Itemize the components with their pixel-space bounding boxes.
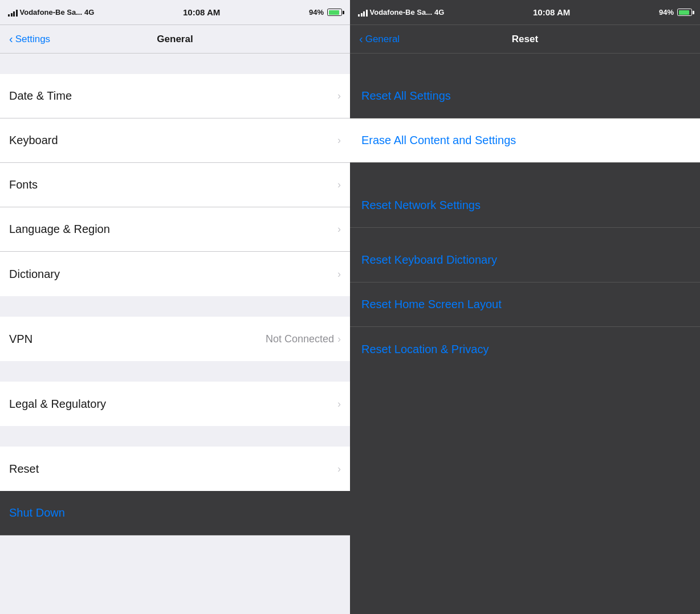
chevron-right-icon: › [337,179,341,191]
battery-percent: 94% [309,8,324,17]
group-reset: Reset › [0,447,350,491]
right-panel: Vodafone-Be Sa... 4G 10:08 AM 94% ‹ Gene… [350,0,700,614]
status-right-r: 94% [659,8,692,17]
back-button-left[interactable]: ‹ Settings [9,34,50,45]
time-label: 10:08 AM [183,7,220,17]
left-panel: Vodafone-Be Sa... 4G 10:08 AM 94% ‹ Sett… [0,0,350,614]
reset-list: Reset All Settings Erase All Content and… [350,54,700,614]
reset-network-label: Reset Network Settings [361,199,481,212]
list-item-shutdown[interactable]: Shut Down [0,491,350,535]
list-item-reset-keyboard[interactable]: Reset Keyboard Dictionary [350,238,700,283]
item-label: Language & Region [9,223,110,236]
list-item-date-time[interactable]: Date & Time › [0,74,350,118]
item-label: Reset [9,462,39,476]
list-item-dictionary[interactable]: Dictionary › [0,252,350,296]
group-vpn: VPN Not Connected › [0,317,350,361]
item-right: › [337,463,341,475]
item-label: Date & Time [9,89,72,103]
list-item-erase-all[interactable]: Erase All Content and Settings [350,118,700,163]
list-item-reset-all[interactable]: Reset All Settings [350,74,700,118]
page-title-right: Reset [512,34,538,45]
status-left: Vodafone-Be Sa... 4G [8,8,94,17]
back-label-left: Settings [15,34,50,45]
chevron-right-icon: › [337,333,341,345]
list-item-language[interactable]: Language & Region › [0,207,350,252]
list-item-reset-home[interactable]: Reset Home Screen Layout [350,283,700,327]
item-right: › [337,134,341,146]
network-label-r: 4G [434,8,444,17]
reset-keyboard-label: Reset Keyboard Dictionary [361,253,497,267]
reset-home-label: Reset Home Screen Layout [361,298,502,311]
item-right: Not Connected › [266,333,341,345]
back-label-right: General [365,34,400,45]
battery-icon-r [677,9,692,16]
carrier-label-r: Vodafone-Be Sa... [370,8,433,17]
item-label: Dictionary [9,268,60,281]
back-button-right[interactable]: ‹ General [359,34,400,45]
vpn-value: Not Connected [266,333,334,345]
list-item-keyboard[interactable]: Keyboard › [0,118,350,163]
list-item-reset-location[interactable]: Reset Location & Privacy [350,327,700,371]
shutdown-label: Shut Down [9,506,65,519]
item-right: › [337,398,341,410]
section-gap-2 [0,361,350,382]
carrier-label: Vodafone-Be Sa... [20,8,83,17]
network-label: 4G [84,8,94,17]
status-bar-right: Vodafone-Be Sa... 4G 10:08 AM 94% [350,0,700,25]
settings-list-left: Date & Time › Keyboard › Fonts › Languag… [0,54,350,614]
item-label: Fonts [9,178,38,191]
item-right: › [337,268,341,280]
chevron-right-icon: › [337,134,341,146]
group-shutdown: Shut Down [0,491,350,535]
chevron-right-icon: › [337,223,341,235]
chevron-left-icon: ‹ [9,33,13,44]
reset-all-label: Reset All Settings [361,89,451,103]
section-gap-1 [0,296,350,317]
list-item-fonts[interactable]: Fonts › [0,163,350,207]
signal-icon-r [358,9,368,17]
group-general-settings: Date & Time › Keyboard › Fonts › Languag… [0,74,350,296]
chevron-right-icon: › [337,463,341,475]
nav-bar-left: ‹ Settings General [0,25,350,54]
list-item-reset-network[interactable]: Reset Network Settings [350,183,700,228]
status-bar-left: Vodafone-Be Sa... 4G 10:08 AM 94% [0,0,350,25]
section-gap-3 [0,426,350,447]
reset-location-label: Reset Location & Privacy [361,343,489,356]
item-label: Legal & Regulatory [9,398,106,411]
item-label: Keyboard [9,134,58,147]
item-right: › [337,223,341,235]
chevron-left-icon-r: ‹ [359,33,363,44]
list-item-reset[interactable]: Reset › [0,447,350,491]
battery-icon [327,9,342,16]
reset-gap-1 [350,163,700,183]
signal-icon [8,9,18,17]
page-title-left: General [157,34,193,45]
nav-bar-right: ‹ General Reset [350,25,700,54]
erase-all-label: Erase All Content and Settings [361,134,516,147]
reset-gap-2 [350,228,700,238]
chevron-right-icon: › [337,268,341,280]
item-right: › [337,90,341,102]
list-item-vpn[interactable]: VPN Not Connected › [0,317,350,361]
time-label-r: 10:08 AM [533,7,570,17]
chevron-right-icon: › [337,398,341,410]
status-left-r: Vodafone-Be Sa... 4G [358,8,444,17]
list-item-legal[interactable]: Legal & Regulatory › [0,382,350,426]
reset-gap-top [350,54,700,74]
group-legal: Legal & Regulatory › [0,382,350,426]
chevron-right-icon: › [337,90,341,102]
item-label: VPN [9,333,32,346]
item-right: › [337,179,341,191]
section-gap-top [0,54,350,74]
battery-percent-r: 94% [659,8,674,17]
status-right: 94% [309,8,342,17]
